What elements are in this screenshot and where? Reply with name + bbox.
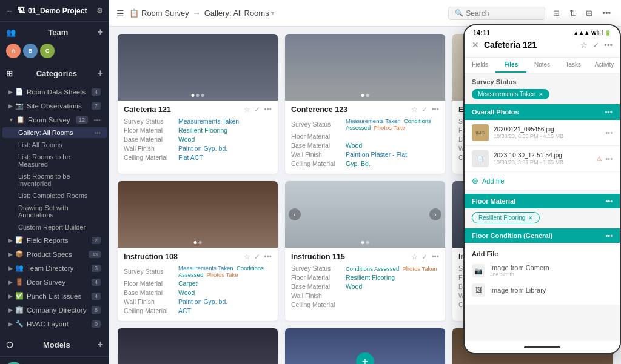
team-add-button[interactable]: + <box>98 27 103 38</box>
chevron-right-icon: ▶ <box>8 307 13 313</box>
check-button[interactable]: ✓ <box>254 253 260 261</box>
sidebar-item-custom-report[interactable]: Custom Report Builder <box>2 222 107 233</box>
dropdown-icon[interactable]: ▾ <box>271 10 274 16</box>
field-value[interactable]: Wood <box>346 283 362 290</box>
sidebar-item-hvac-layout[interactable]: ▶ 🔧 HVAC Layout 0 <box>2 317 107 330</box>
mobile-add-option-library[interactable]: 🖼 Image from Library <box>472 280 613 300</box>
sidebar-item-list-rooms-inventoried[interactable]: List: Rooms to be Inventoried <box>2 171 107 189</box>
field-value[interactable]: Paint on Gyp. bd. <box>178 298 227 305</box>
field-value[interactable]: Measurements Taken Conditions Assessed P… <box>178 265 272 278</box>
back-arrow-icon[interactable]: ← <box>6 7 13 15</box>
sidebar-item-list-all-rooms[interactable]: List: All Rooms <box>2 139 107 150</box>
mobile-more-button[interactable]: ••• <box>604 41 613 50</box>
mobile-tab-files[interactable]: Files <box>495 58 526 73</box>
mobile-add-file-button[interactable]: ⊕ Add file <box>465 172 620 190</box>
mobile-tab-fields[interactable]: Fields <box>465 58 495 73</box>
check-button[interactable]: ✓ <box>254 105 260 114</box>
card-row-floor: Floor Material Carpet <box>124 280 272 287</box>
star-button[interactable]: ☆ <box>244 105 250 114</box>
file-actions-2: ⚠ ••• <box>596 155 613 163</box>
section-more-button[interactable]: ••• <box>605 108 613 116</box>
check-button[interactable]: ✓ <box>421 105 428 114</box>
check-button[interactable]: ✓ <box>421 253 428 261</box>
card-actions: ☆ ✓ ••• <box>244 105 272 114</box>
card-image: ‹ › <box>285 181 445 248</box>
file-actions-1: ••• <box>605 129 613 136</box>
star-button[interactable]: ☆ <box>411 105 418 114</box>
field-value[interactable]: Resilient Flooring <box>178 127 227 134</box>
sidebar-item-list-rooms-measured[interactable]: List: Rooms to be Measured <box>2 151 107 170</box>
sidebar-item-site-observations[interactable]: ▶ 📷 Site Observations 7 <box>2 99 107 112</box>
topbar: ☰ 📋 Room Survey → Gallery: All Rooms ▾ 🔍… <box>109 0 621 27</box>
sort-button[interactable]: ⇅ <box>566 7 579 19</box>
field-value[interactable]: Conditions Assessed Photos Taken <box>346 265 437 272</box>
mobile-star-button[interactable]: ☆ <box>580 41 588 50</box>
more-button[interactable]: ••• <box>264 105 272 114</box>
categories-icon: ⊞ <box>6 69 13 78</box>
prev-arrow[interactable]: ‹ <box>289 208 301 220</box>
sidebar-item-drawing-set[interactable]: Drawing Set with Annotations <box>2 202 107 220</box>
sidebar-label: Company Directory <box>27 306 86 314</box>
more-button[interactable]: ••• <box>431 105 439 114</box>
mobile-check-button[interactable]: ✓ <box>592 41 599 50</box>
subitem-more[interactable]: ••• <box>94 130 101 136</box>
mobile-tab-tasks[interactable]: Tasks <box>558 58 589 73</box>
menu-button[interactable]: ☰ <box>116 8 124 18</box>
sidebar-item-room-survey[interactable]: ▼ 📋 Room Survey 12 ••• <box>2 113 107 126</box>
door-survey-badge: 4 <box>92 279 101 286</box>
field-value[interactable]: Measurements Taken <box>178 117 239 125</box>
field-value[interactable]: Wood <box>178 289 195 296</box>
field-value[interactable]: Resilient Flooring <box>346 274 395 281</box>
filter-button[interactable]: ⊟ <box>550 7 563 19</box>
next-arrow[interactable]: › <box>429 208 441 220</box>
field-value[interactable]: Carpet <box>178 280 198 287</box>
mobile-tab-notes[interactable]: Notes <box>526 58 557 73</box>
field-value[interactable]: Wood <box>346 142 362 149</box>
view-button[interactable]: ⊞ <box>583 7 596 19</box>
file-more-button[interactable]: ••• <box>605 129 613 136</box>
subitem-label: List: Rooms to be Inventoried <box>18 173 101 187</box>
room-data-badge: 4 <box>92 88 101 96</box>
mobile-tab-activity[interactable]: Activity <box>589 58 620 73</box>
field-value[interactable]: Wood <box>178 136 195 143</box>
badge-remove-button[interactable]: ✕ <box>539 91 543 98</box>
room-survey-icon: 📋 <box>16 116 25 124</box>
field-label: Survey Status <box>124 117 178 125</box>
field-value[interactable]: Measurements Taken Conditions Assessed P… <box>346 117 439 131</box>
more-button[interactable]: ••• <box>599 7 614 19</box>
gallery-card-instruction-115: ‹ › Instruction 115 ☆ <box>285 181 445 321</box>
field-value[interactable]: Paint on Gyp. bd. <box>178 145 227 152</box>
field-value[interactable]: Flat ACT <box>178 154 203 161</box>
sidebar-item-list-completed-rooms[interactable]: List: Completed Rooms <box>2 190 107 201</box>
section-more-button[interactable]: ••• <box>605 197 613 205</box>
categories-add-button[interactable]: + <box>98 68 103 79</box>
add-file-section-title: Add File <box>472 250 613 257</box>
sidebar-item-door-survey[interactable]: ▶ 🚪 Door Survey 4 <box>2 276 107 288</box>
room-survey-more-btn[interactable]: ••• <box>93 116 101 124</box>
star-button[interactable]: ☆ <box>411 253 418 261</box>
star-button[interactable]: ☆ <box>244 253 250 261</box>
sidebar-item-field-reports[interactable]: ▶ 📝 Field Reports 2 <box>2 234 107 247</box>
company-dir-icon: 🏢 <box>15 306 24 314</box>
search-input[interactable] <box>466 9 539 18</box>
mobile-close-button[interactable]: ✕ <box>472 40 479 50</box>
add-button[interactable]: + <box>356 352 374 364</box>
field-value[interactable]: ACT <box>178 307 191 314</box>
sidebar-item-punch-list[interactable]: ▶ ✅ Punch List Issues 4 <box>2 290 107 302</box>
badge-remove-button[interactable]: ✕ <box>528 215 533 221</box>
section-more-button[interactable]: ••• <box>605 232 613 239</box>
sidebar-item-product-specs[interactable]: ▶ 📦 Product Specs 33 <box>2 248 107 260</box>
option-label: Image from Library <box>490 286 546 294</box>
field-value[interactable]: Gyp. Bd. <box>346 160 371 167</box>
gear-icon[interactable]: ⚙ <box>96 7 103 15</box>
mobile-add-option-camera[interactable]: 📷 Image from Camera Joe Smith <box>472 261 613 280</box>
field-value[interactable]: Paint on Plaster - Flat <box>346 151 407 158</box>
sidebar-item-team-directory[interactable]: ▶ 👥 Team Directory 3 <box>2 262 107 274</box>
file-more-button[interactable]: ••• <box>605 155 613 163</box>
more-button[interactable]: ••• <box>264 253 272 261</box>
sidebar-item-gallery-all-rooms[interactable]: Gallery: All Rooms ••• <box>2 127 107 138</box>
models-add-button[interactable]: + <box>98 339 103 350</box>
more-button[interactable]: ••• <box>431 253 439 261</box>
sidebar-item-company-directory[interactable]: ▶ 🏢 Company Directory 8 <box>2 303 107 316</box>
sidebar-item-room-data-sheets[interactable]: ▶ 📄 Room Data Sheets 4 <box>2 85 107 98</box>
